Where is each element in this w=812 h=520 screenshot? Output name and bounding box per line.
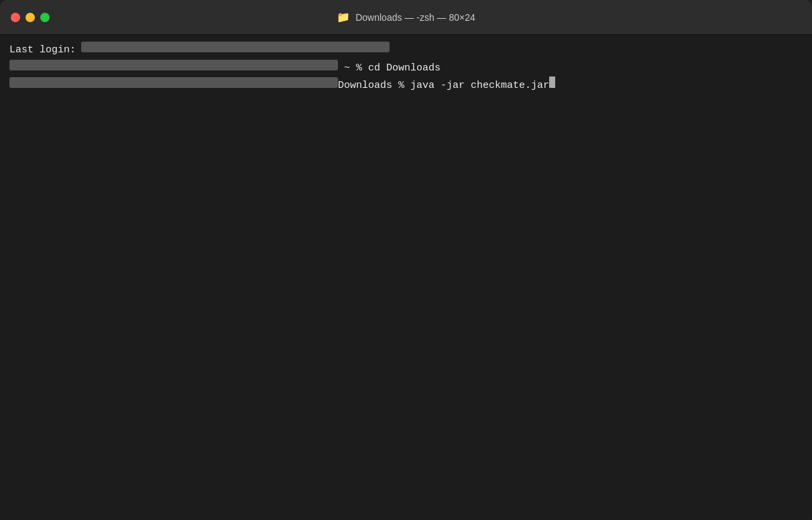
terminal-body[interactable]: Last login: ~ % cd Downloads Downloads %… bbox=[0, 35, 812, 520]
close-button[interactable] bbox=[11, 13, 20, 22]
title-text: Downloads — -zsh — 80×24 bbox=[355, 12, 475, 23]
window-title: 📁 Downloads — -zsh — 80×24 bbox=[337, 11, 475, 23]
minimize-button[interactable] bbox=[25, 13, 35, 22]
terminal-line-3: Downloads % java -jar checkmate.jar bbox=[9, 76, 803, 94]
title-bar: 📁 Downloads — -zsh — 80×24 bbox=[0, 0, 812, 35]
last-login-text: Last login: bbox=[9, 42, 76, 58]
terminal-line-2: ~ % cd Downloads bbox=[9, 60, 803, 76]
terminal-line-1: Last login: bbox=[9, 42, 803, 58]
terminal-window: 📁 Downloads — -zsh — 80×24 Last login: ~… bbox=[0, 0, 812, 520]
traffic-lights bbox=[11, 13, 50, 22]
line3-command: Downloads % java -jar checkmate.jar bbox=[338, 78, 549, 94]
line2-redacted bbox=[9, 60, 338, 70]
last-login-redacted bbox=[81, 42, 390, 52]
line3-redacted bbox=[9, 77, 338, 88]
line2-command: ~ % cd Downloads bbox=[338, 60, 441, 76]
terminal-cursor bbox=[549, 76, 555, 88]
folder-icon: 📁 bbox=[337, 11, 350, 23]
maximize-button[interactable] bbox=[40, 13, 50, 22]
